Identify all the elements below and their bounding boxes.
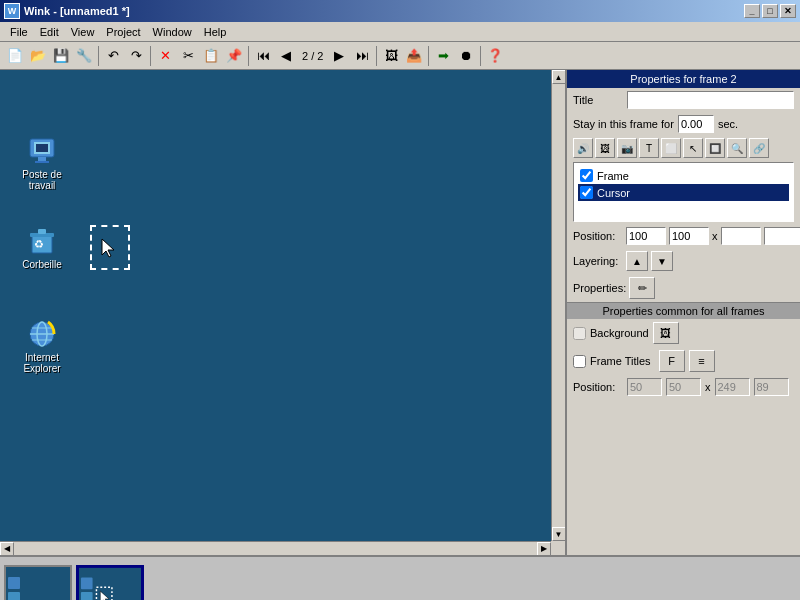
app-icon: W — [4, 3, 20, 19]
layering-row: Layering: ▲ ▼ — [567, 248, 800, 274]
last-frame-button[interactable]: ⏭ — [351, 45, 373, 67]
svg-rect-4 — [36, 144, 48, 152]
background-checkbox[interactable] — [573, 327, 586, 340]
pos-y-input[interactable] — [669, 227, 709, 245]
properties-row: Properties: ✏ — [567, 274, 800, 302]
filmstrip-frame-1[interactable]: 1 — [4, 565, 72, 601]
background-image-button[interactable]: 🖼 — [653, 322, 679, 344]
delete-button[interactable]: ✕ — [154, 45, 176, 67]
menu-edit[interactable]: Edit — [34, 24, 65, 40]
common-position-label: Position: — [573, 381, 623, 393]
ie-label: InternetExplorer — [23, 352, 60, 374]
audio-button[interactable]: 🔊 — [573, 138, 593, 158]
desktop-icon-recycle[interactable]: ♻ Corbeille — [12, 225, 72, 270]
scroll-left-button[interactable]: ◀ — [0, 542, 14, 556]
menu-file[interactable]: File — [4, 24, 34, 40]
menu-view[interactable]: View — [65, 24, 101, 40]
svg-rect-19 — [81, 577, 93, 589]
cursor2-button[interactable]: ↖ — [683, 138, 703, 158]
pos-h-input[interactable] — [764, 227, 801, 245]
properties-icon-button[interactable]: ✏ — [629, 277, 655, 299]
filmstrip-thumb-1[interactable] — [4, 565, 72, 601]
first-frame-button[interactable]: ⏮ — [252, 45, 274, 67]
pos-x-input[interactable] — [626, 227, 666, 245]
cursor-label: Cursor — [597, 187, 630, 199]
record-button[interactable]: ⏺ — [455, 45, 477, 67]
shape-button[interactable]: ⬜ — [661, 138, 681, 158]
svg-rect-2 — [38, 157, 46, 161]
cursor-checkbox[interactable] — [580, 186, 593, 199]
view-button[interactable]: 🖼 — [380, 45, 402, 67]
menu-help[interactable]: Help — [198, 24, 233, 40]
workstation-label: Poste de travail — [12, 169, 72, 191]
arrow-right-button[interactable]: ➡ — [432, 45, 454, 67]
copy-button[interactable]: 📋 — [200, 45, 222, 67]
link-button[interactable]: 🔗 — [749, 138, 769, 158]
export-button[interactable]: 📤 — [403, 45, 425, 67]
open-button[interactable]: 📂 — [27, 45, 49, 67]
cursor-checkbox-row[interactable]: Cursor — [578, 184, 789, 201]
pos-w-input[interactable] — [721, 227, 761, 245]
stay-input[interactable] — [678, 115, 714, 133]
cut-button[interactable]: ✂ — [177, 45, 199, 67]
separator-3 — [248, 46, 249, 66]
zoom-button[interactable]: 🔍 — [727, 138, 747, 158]
separator-5 — [428, 46, 429, 66]
title-input[interactable] — [627, 91, 794, 109]
close-button[interactable]: ✕ — [780, 4, 796, 18]
common-properties-header: Properties common for all frames — [567, 302, 800, 319]
button2-button[interactable]: 🔲 — [705, 138, 725, 158]
frame-checkbox[interactable] — [580, 169, 593, 182]
frame-checkbox-row[interactable]: Frame — [578, 167, 789, 184]
font-button[interactable]: F — [659, 350, 685, 372]
settings-button[interactable]: 🔧 — [73, 45, 95, 67]
menu-window[interactable]: Window — [147, 24, 198, 40]
title-label: Title — [573, 94, 623, 106]
filmstrip-area: 1 2 — [0, 555, 800, 600]
canvas-scrollbar-horizontal[interactable]: ◀ ▶ — [0, 541, 551, 555]
menu-project[interactable]: Project — [100, 24, 146, 40]
image-button[interactable]: 🖼 — [595, 138, 615, 158]
frame-titles-checkbox[interactable] — [573, 355, 586, 368]
new-button[interactable]: 📄 — [4, 45, 26, 67]
paste-button[interactable]: 📌 — [223, 45, 245, 67]
filmstrip-thumb-2[interactable] — [76, 565, 144, 601]
cursor-selection-box — [90, 225, 130, 270]
title-bar: W Wink - [unnamed1 *] _ □ ✕ — [0, 0, 800, 22]
layer-down-button[interactable]: ▼ — [651, 251, 673, 271]
properties-title: Properties for frame 2 — [630, 73, 736, 85]
scroll-right-button[interactable]: ▶ — [537, 542, 551, 556]
help-button[interactable]: ❓ — [484, 45, 506, 67]
minimize-button[interactable]: _ — [744, 4, 760, 18]
layer-up-button[interactable]: ▲ — [626, 251, 648, 271]
canvas-area[interactable]: Poste de travail ♻ Corbeille — [0, 70, 565, 555]
canvas-scrollbar-vertical[interactable]: ▲ ▼ — [551, 70, 565, 541]
stay-unit: sec. — [718, 118, 738, 130]
undo-button[interactable]: ↶ — [102, 45, 124, 67]
redo-button[interactable]: ↷ — [125, 45, 147, 67]
desktop-icon-workstation[interactable]: Poste de travail — [12, 135, 72, 191]
scroll-down-button[interactable]: ▼ — [552, 527, 566, 541]
layering-label: Layering: — [573, 255, 623, 267]
recycle-icon: ♻ — [26, 225, 58, 257]
desktop-icon-ie[interactable]: InternetExplorer — [12, 318, 72, 374]
align-button[interactable]: ≡ — [689, 350, 715, 372]
save-button[interactable]: 💾 — [50, 45, 72, 67]
prev-frame-button[interactable]: ◀ — [275, 45, 297, 67]
separator-1 — [98, 46, 99, 66]
toolbar: 📄 📂 💾 🔧 ↶ ↷ ✕ ✂ 📋 📌 ⏮ ◀ 2 / 2 ▶ ⏭ 🖼 📤 ➡ … — [0, 42, 800, 70]
menu-bar: File Edit View Project Window Help — [0, 22, 800, 42]
background-row: Background 🖼 — [567, 319, 800, 347]
main-layout: Poste de travail ♻ Corbeille — [0, 70, 800, 555]
camera-button[interactable]: 📷 — [617, 138, 637, 158]
text-button[interactable]: T — [639, 138, 659, 158]
scroll-up-button[interactable]: ▲ — [552, 70, 566, 84]
next-frame-button[interactable]: ▶ — [328, 45, 350, 67]
title-row: Title — [567, 88, 800, 112]
common-position-row: Position: x — [567, 375, 800, 399]
separator-6 — [480, 46, 481, 66]
maximize-button[interactable]: □ — [762, 4, 778, 18]
svg-marker-14 — [102, 239, 114, 257]
filmstrip-frame-2[interactable]: 2 — [76, 565, 144, 601]
frame-label: Frame — [597, 170, 629, 182]
